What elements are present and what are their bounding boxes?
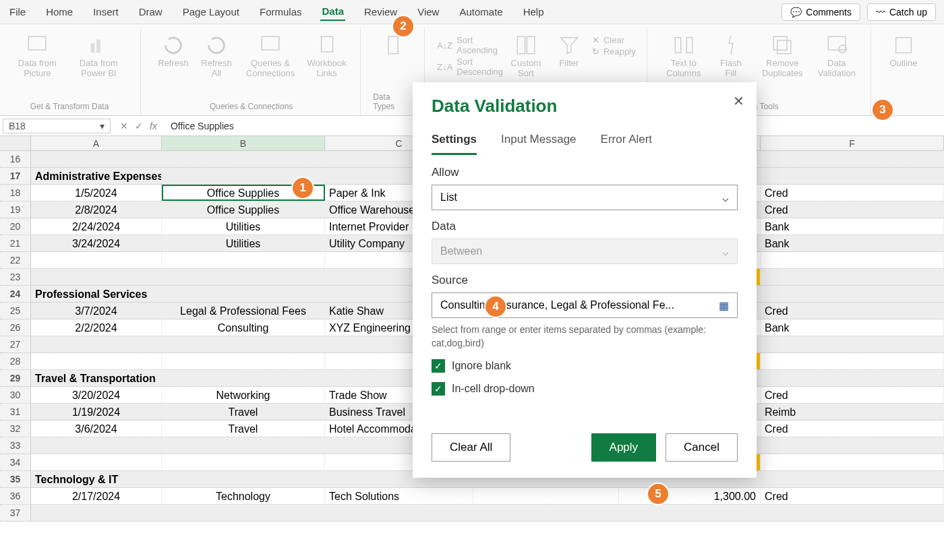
- cell[interactable]: [761, 454, 944, 470]
- clear-all-button[interactable]: Clear All: [432, 433, 510, 462]
- source-input[interactable]: Consulting, Insurance, Legal & Professio…: [432, 292, 738, 318]
- row-header[interactable]: 36: [0, 488, 31, 504]
- cell[interactable]: Cred: [761, 488, 944, 504]
- cell[interactable]: [162, 252, 325, 268]
- cell[interactable]: [473, 505, 619, 521]
- row-header[interactable]: 28: [0, 353, 31, 369]
- menu-formulas[interactable]: Formulas: [258, 3, 303, 20]
- row-header[interactable]: 29: [0, 370, 31, 386]
- menu-home[interactable]: Home: [45, 3, 74, 20]
- row-header[interactable]: 32: [0, 421, 31, 437]
- refresh-button[interactable]: Refresh: [153, 31, 194, 71]
- menu-view[interactable]: View: [416, 3, 440, 20]
- cell[interactable]: Cred: [761, 303, 944, 319]
- cell[interactable]: [162, 471, 325, 487]
- apply-button[interactable]: Apply: [591, 433, 657, 462]
- menu-page-layout[interactable]: Page Layout: [181, 3, 241, 20]
- cell[interactable]: Travel & Transportation: [31, 370, 162, 386]
- cell[interactable]: Reimb: [761, 404, 944, 420]
- data-from-powerbi-button[interactable]: Data from Power BI: [68, 31, 129, 81]
- cell[interactable]: [761, 168, 944, 184]
- cell[interactable]: Cred: [761, 201, 944, 218]
- name-box[interactable]: B18▾: [3, 119, 111, 133]
- sort-descending-button[interactable]: Z↓ASort Descending: [437, 57, 503, 77]
- menu-review[interactable]: Review: [363, 3, 399, 20]
- cell[interactable]: Travel: [162, 421, 325, 437]
- allow-select[interactable]: List⌵: [432, 185, 738, 210]
- cell[interactable]: [473, 488, 619, 504]
- menu-insert[interactable]: Insert: [92, 3, 120, 20]
- cell[interactable]: [162, 269, 325, 285]
- menu-file[interactable]: File: [8, 3, 27, 20]
- filter-button[interactable]: Filter: [549, 31, 589, 71]
- cell[interactable]: [31, 252, 162, 268]
- flash-fill-button[interactable]: Flash Fill: [711, 31, 751, 81]
- row-header[interactable]: 37: [0, 505, 31, 521]
- text-to-columns-button[interactable]: Text to Columns: [659, 31, 708, 81]
- tab-error-alert[interactable]: Error Alert: [601, 133, 653, 155]
- cell[interactable]: Travel: [162, 404, 325, 420]
- fx-icon[interactable]: fx: [150, 121, 157, 131]
- cell[interactable]: [761, 151, 944, 167]
- row-header[interactable]: 19: [0, 201, 31, 218]
- row-header[interactable]: 34: [0, 454, 31, 470]
- cell[interactable]: Cred: [761, 185, 944, 201]
- clear-filter-button[interactable]: ✕Clear: [592, 35, 636, 45]
- cell[interactable]: [761, 505, 944, 521]
- cell[interactable]: [761, 353, 944, 369]
- cell[interactable]: [761, 269, 944, 285]
- close-icon[interactable]: ✕: [733, 93, 744, 109]
- row-header[interactable]: 20: [0, 218, 31, 235]
- cell[interactable]: [162, 370, 325, 386]
- cell[interactable]: 3/6/2024: [31, 421, 162, 437]
- cell[interactable]: [31, 454, 162, 470]
- custom-sort-button[interactable]: Custom Sort: [506, 31, 546, 81]
- cell[interactable]: [162, 336, 325, 352]
- sort-ascending-button[interactable]: A↓ZSort Ascending: [437, 35, 503, 55]
- cell[interactable]: Bank: [761, 218, 944, 235]
- cell-dropdown-handle[interactable]: ▼: [324, 185, 325, 201]
- cell[interactable]: [619, 505, 761, 521]
- row-header[interactable]: 23: [0, 269, 31, 285]
- reapply-button[interactable]: ↻Reapply: [592, 46, 636, 57]
- cell[interactable]: [31, 437, 162, 454]
- cell[interactable]: Professional Services: [31, 286, 162, 302]
- cell[interactable]: [162, 437, 325, 454]
- cell[interactable]: 3/24/2024: [31, 235, 162, 251]
- cancel-button[interactable]: Cancel: [666, 433, 738, 462]
- cell[interactable]: [761, 437, 944, 454]
- cell[interactable]: [162, 286, 325, 302]
- cell[interactable]: [31, 269, 162, 285]
- cell[interactable]: Bank: [761, 235, 944, 251]
- cell[interactable]: Technology & IT: [31, 471, 162, 487]
- ignore-blank-checkbox[interactable]: ✓Ignore blank: [432, 359, 738, 373]
- cell[interactable]: Legal & Professional Fees: [162, 303, 325, 319]
- row-header[interactable]: 27: [0, 336, 31, 352]
- cell[interactable]: Office Supplies: [162, 201, 325, 218]
- cell[interactable]: Tech Solutions: [325, 488, 473, 504]
- row-header[interactable]: 31: [0, 404, 31, 420]
- cell[interactable]: Networking: [162, 387, 325, 403]
- remove-duplicates-button[interactable]: Remove Duplicates: [754, 31, 811, 81]
- tab-input-message[interactable]: Input Message: [501, 133, 577, 155]
- column-header[interactable]: F: [761, 136, 944, 150]
- cell[interactable]: 2/8/2024: [31, 201, 162, 218]
- cell[interactable]: [761, 286, 944, 302]
- row-header[interactable]: 33: [0, 437, 31, 454]
- cell[interactable]: [31, 505, 162, 521]
- cell[interactable]: [325, 505, 473, 521]
- cell[interactable]: Utilities: [162, 235, 325, 251]
- cell[interactable]: [761, 336, 944, 352]
- refresh-all-button[interactable]: Refresh All: [196, 31, 237, 81]
- cell[interactable]: 2/17/2024: [31, 488, 162, 504]
- cell[interactable]: [162, 505, 325, 521]
- cell[interactable]: 3/7/2024: [31, 303, 162, 319]
- menu-help[interactable]: Help: [522, 3, 545, 20]
- cell[interactable]: Cred: [761, 421, 944, 437]
- select-all-corner[interactable]: [0, 136, 31, 150]
- cell[interactable]: [162, 151, 325, 167]
- accept-formula-icon[interactable]: ✓: [135, 121, 143, 131]
- data-validation-button[interactable]: Data Validation: [814, 31, 860, 81]
- cell[interactable]: 1/19/2024: [31, 404, 162, 420]
- cell[interactable]: Bank: [761, 319, 944, 336]
